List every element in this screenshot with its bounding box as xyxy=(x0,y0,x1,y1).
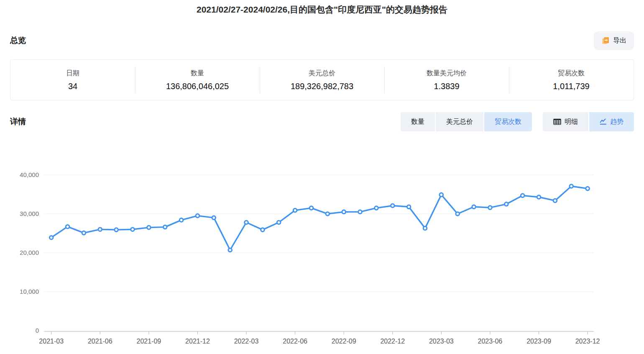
trend-report-page: 2021/02/27-2024/02/26,目的国包含"印度尼西亚"的交易趋势报… xyxy=(0,0,644,354)
x-tick-label: 2021-12 xyxy=(185,338,210,345)
data-point[interactable] xyxy=(82,231,86,235)
stat-label: 数量美元均价 xyxy=(427,69,467,78)
x-tick-label: 2023-09 xyxy=(526,338,551,345)
stat-label: 贸易次数 xyxy=(558,69,585,78)
data-point[interactable] xyxy=(472,205,476,209)
detail-tab-area: 数量 美元总价 贸易次数 明细 xyxy=(401,112,634,131)
trend-chart-svg[interactable]: 010,00020,00030,00040,0002021-032021-062… xyxy=(10,156,634,349)
y-tick-label: 0 xyxy=(36,327,39,334)
data-point[interactable] xyxy=(179,218,183,222)
x-tick-label: 2022-09 xyxy=(332,338,356,345)
data-point[interactable] xyxy=(586,187,590,190)
detail-section-header: 详情 数量 美元总价 贸易次数 明细 xyxy=(10,112,634,131)
data-point[interactable] xyxy=(228,248,232,252)
data-point[interactable] xyxy=(49,236,53,239)
view-tab-group: 明细 趋势 xyxy=(543,112,634,131)
data-point[interactable] xyxy=(293,208,297,212)
stat-value: 34 xyxy=(68,82,77,91)
stat-avg-usd-price: 数量美元均价 1.3839 xyxy=(384,60,509,100)
data-point[interactable] xyxy=(537,195,541,199)
data-point[interactable] xyxy=(212,216,216,220)
x-tick-label: 2022-03 xyxy=(234,338,259,345)
x-tick-label: 2023-12 xyxy=(575,338,600,345)
data-point[interactable] xyxy=(98,228,102,231)
data-point[interactable] xyxy=(391,204,395,208)
stat-trade-count: 贸易次数 1,011,739 xyxy=(509,60,634,100)
data-point[interactable] xyxy=(521,194,524,198)
x-tick-label: 2021-06 xyxy=(88,338,112,345)
data-point[interactable] xyxy=(440,193,443,197)
detail-heading: 详情 xyxy=(10,116,26,127)
data-point[interactable] xyxy=(505,203,509,206)
x-tick-label: 2021-09 xyxy=(137,338,161,345)
stat-label: 日期 xyxy=(66,69,79,78)
data-point[interactable] xyxy=(115,228,118,232)
y-tick-label: 20,000 xyxy=(20,249,39,256)
data-point[interactable] xyxy=(245,221,248,224)
stat-label: 美元总价 xyxy=(309,69,335,78)
data-point[interactable] xyxy=(553,199,557,203)
data-point[interactable] xyxy=(326,212,330,216)
data-point[interactable] xyxy=(131,228,135,231)
data-point[interactable] xyxy=(407,205,411,209)
stat-date-count: 日期 34 xyxy=(10,60,135,100)
data-point[interactable] xyxy=(456,212,460,216)
table-icon xyxy=(553,118,561,125)
trend-line-icon xyxy=(600,118,607,125)
data-point[interactable] xyxy=(375,206,378,210)
data-point[interactable] xyxy=(196,214,199,218)
export-button-label: 导出 xyxy=(613,36,626,45)
overview-stats-card: 日期 34 数量 136,806,046,025 美元总价 189,326,98… xyxy=(10,59,634,100)
overview-section-header: 总览 导出 xyxy=(10,31,634,50)
tab-trend-view[interactable]: 趋势 xyxy=(589,112,634,131)
stat-value: 1,011,739 xyxy=(553,82,590,91)
x-tick-label: 2021-03 xyxy=(39,338,64,345)
stat-value: 189,326,982,783 xyxy=(291,82,353,91)
data-point[interactable] xyxy=(163,225,167,229)
export-document-arrow-icon xyxy=(601,36,610,45)
tab-detail-label: 明细 xyxy=(565,118,578,126)
y-tick-label: 30,000 xyxy=(20,210,39,217)
data-point[interactable] xyxy=(147,226,151,229)
export-button[interactable]: 导出 xyxy=(594,31,634,50)
x-tick-label: 2022-06 xyxy=(283,338,307,345)
tab-usd-total[interactable]: 美元总价 xyxy=(436,112,483,131)
tab-quantity[interactable]: 数量 xyxy=(401,112,435,131)
x-tick-label: 2023-06 xyxy=(478,338,503,345)
tab-detail-view[interactable]: 明细 xyxy=(543,112,588,131)
stat-usd-total: 美元总价 189,326,982,783 xyxy=(260,60,384,100)
data-point[interactable] xyxy=(570,185,573,188)
trend-line xyxy=(51,186,588,250)
data-point[interactable] xyxy=(277,221,281,224)
x-tick-label: 2022-12 xyxy=(380,338,405,345)
data-point[interactable] xyxy=(423,226,427,230)
data-point[interactable] xyxy=(358,210,362,214)
stat-label: 数量 xyxy=(191,69,204,78)
stat-value: 1.3839 xyxy=(434,82,459,91)
tab-trade-count[interactable]: 贸易次数 xyxy=(484,112,532,131)
data-point[interactable] xyxy=(488,206,492,210)
overview-heading: 总览 xyxy=(10,35,26,46)
data-point[interactable] xyxy=(261,228,265,232)
y-tick-label: 40,000 xyxy=(20,171,39,178)
y-tick-label: 10,000 xyxy=(20,288,39,295)
stat-quantity: 数量 136,806,046,025 xyxy=(135,60,260,100)
data-point[interactable] xyxy=(66,225,69,228)
data-point[interactable] xyxy=(309,206,313,210)
trend-chart-container: 010,00020,00030,00040,0002021-032021-062… xyxy=(10,156,634,349)
tab-trend-label: 趋势 xyxy=(610,118,624,126)
page-title: 2021/02/27-2024/02/26,目的国包含"印度尼西亚"的交易趋势报… xyxy=(0,0,644,16)
metric-tab-group: 数量 美元总价 贸易次数 xyxy=(401,112,532,131)
data-point[interactable] xyxy=(342,210,346,214)
x-tick-label: 2023-03 xyxy=(429,338,454,345)
stat-value: 136,806,046,025 xyxy=(166,82,229,91)
